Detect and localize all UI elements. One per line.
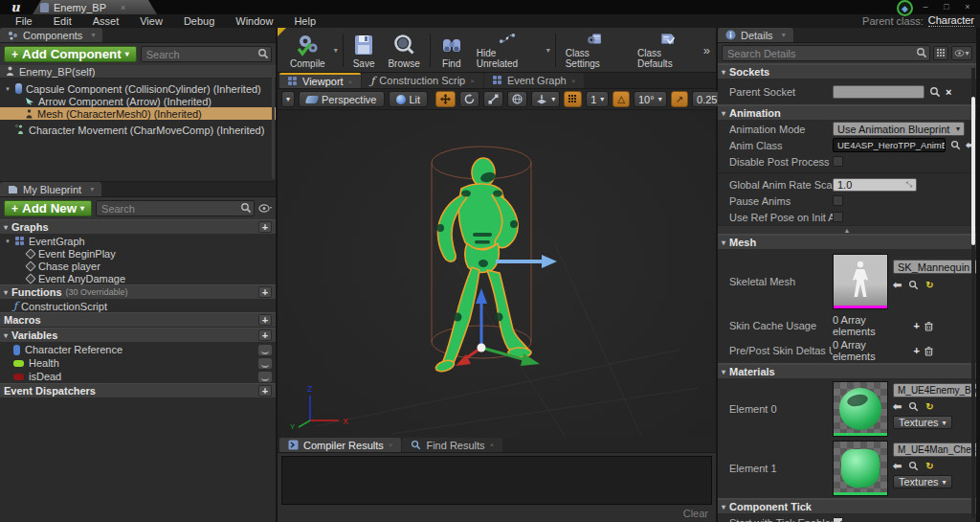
event-beginplay-row[interactable]: Event BeginPlay (0, 247, 276, 260)
details-scrollbar-thumb[interactable] (971, 97, 975, 245)
search-icon[interactable] (929, 86, 941, 98)
variable-visibility-icon[interactable] (258, 358, 272, 369)
scale-mode-button[interactable] (483, 91, 503, 107)
tab-close-icon[interactable]: × (571, 77, 576, 85)
class-defaults-button[interactable]: Class Defaults (631, 30, 703, 71)
mesh-header[interactable]: ▾ Mesh (718, 235, 976, 250)
component-tick-header[interactable]: ▾ Component Tick (718, 499, 976, 514)
tab-my-blueprint[interactable]: My Blueprint ▾ (0, 182, 101, 196)
menu-debug[interactable]: Debug (174, 14, 224, 28)
material0-thumbnail[interactable] (833, 381, 888, 437)
use-selected-icon[interactable]: ⬅ (893, 279, 902, 291)
add-dispatcher-button[interactable]: + (258, 385, 272, 397)
coordinate-system-button[interactable] (507, 91, 527, 107)
add-graph-button[interactable]: + (258, 221, 272, 233)
asset-tab-enemy-bp[interactable]: Enemy_BP × (33, 0, 157, 14)
variable-visibility-icon[interactable] (258, 345, 272, 355)
myblueprint-search-input[interactable] (96, 200, 255, 216)
skeletal-mesh-dropdown[interactable]: SK_Mannequin ▾ (893, 260, 976, 274)
expand-arrow-icon[interactable]: ▾ (4, 238, 11, 245)
menu-asset[interactable]: Asset (83, 14, 129, 28)
display-filter-button[interactable] (933, 46, 948, 60)
tab-construction-script[interactable]: ƒ Construction Scrip × (362, 73, 483, 88)
material0-dropdown[interactable]: M_UE4Enemy_Body_2 ▾ (893, 383, 976, 397)
eventgraph-row[interactable]: ▾ EventGraph (0, 235, 276, 247)
trash-icon[interactable] (924, 321, 933, 331)
add-array-element-icon[interactable]: + (913, 345, 919, 356)
parent-socket-input[interactable] (833, 85, 924, 99)
clear-button[interactable]: Clear (683, 508, 708, 519)
menu-window[interactable]: Window (226, 14, 282, 28)
collapse-icon[interactable]: ▾ (4, 288, 8, 297)
reset-to-default-icon[interactable]: ↻ (925, 461, 933, 471)
toolbar-overflow-icon[interactable]: » (703, 43, 712, 57)
grid-snap-toggle[interactable] (564, 91, 582, 107)
compiler-results-log[interactable] (281, 456, 712, 505)
tab-options-icon[interactable]: ▾ (91, 31, 95, 39)
variable-character-reference[interactable]: Character Reference (0, 343, 276, 356)
perspective-button[interactable]: Perspective (299, 91, 384, 107)
component-row-capsule[interactable]: ▾ Capsule Component (CollisionCylinder) … (0, 82, 276, 95)
component-row-charmove[interactable]: Character Movement (CharMoveComp) (Inher… (0, 124, 276, 136)
tab-event-graph[interactable]: Event Graph × (484, 73, 584, 88)
source-control-status-icon[interactable]: ◆ (897, 0, 913, 16)
rotate-mode-button[interactable] (459, 91, 479, 107)
browse-asset-icon[interactable] (908, 401, 919, 412)
browse-asset-icon[interactable] (908, 280, 919, 290)
trash-icon[interactable] (924, 346, 933, 356)
sockets-header[interactable]: ▾ Sockets (718, 64, 976, 79)
details-search-input[interactable] (722, 45, 930, 61)
tab-details[interactable]: Details ▾ (718, 28, 793, 42)
add-variable-button[interactable]: + (258, 329, 272, 341)
pause-anims-checkbox[interactable] (833, 195, 843, 206)
event-dispatchers-header[interactable]: Event Dispatchers + (0, 383, 276, 398)
tab-close-icon[interactable]: × (121, 3, 125, 12)
anim-class-dropdown[interactable]: UE4ASP_HeroTPP_AnimBlueprint_C ▾ (833, 138, 946, 152)
event-anydamage-row[interactable]: Event AnyDamage (0, 272, 276, 284)
browse-asset-icon[interactable] (908, 461, 919, 471)
textures-button[interactable]: Textures ▾ (893, 416, 952, 429)
find-button[interactable]: Find (434, 30, 470, 71)
grid-snap-value-button[interactable]: 1 ▾ (586, 91, 609, 107)
hide-unrelated-button[interactable]: Hide Unrelated (470, 30, 545, 71)
class-settings-button[interactable]: Class Settings (559, 30, 631, 71)
menu-edit[interactable]: Edit (44, 14, 81, 28)
component-row-arrow[interactable]: Arrow Component (Arrow) (Inherited) (0, 95, 276, 107)
collapse-icon[interactable]: ▾ (722, 68, 725, 77)
add-macro-button[interactable]: + (258, 314, 272, 326)
variable-health[interactable]: Health (0, 356, 276, 370)
rotation-snap-toggle[interactable]: △ (612, 91, 630, 107)
tab-options-icon[interactable]: ▾ (782, 31, 786, 39)
lit-button[interactable]: Lit (389, 91, 429, 107)
reset-to-default-icon[interactable]: ↻ (925, 401, 933, 412)
reset-to-default-icon[interactable]: ↻ (925, 280, 933, 290)
tab-components[interactable]: Components ▾ (0, 28, 102, 42)
use-selected-icon[interactable]: ⬅ (893, 400, 902, 413)
global-anim-rate-input[interactable]: 1.0 ⤡ (833, 178, 917, 192)
textures-button[interactable]: Textures ▾ (893, 475, 952, 488)
collapse-icon[interactable]: ▾ (722, 238, 725, 247)
menu-help[interactable]: Help (284, 14, 325, 28)
translate-mode-button[interactable] (435, 91, 456, 107)
tab-close-icon[interactable]: × (490, 441, 495, 449)
materials-header[interactable]: ▾ Materials (718, 364, 976, 379)
use-ref-pose-checkbox[interactable] (833, 212, 843, 222)
animation-mode-dropdown[interactable]: Use Animation Blueprint ▾ (833, 122, 965, 136)
compile-options-icon[interactable]: ▾ (332, 46, 340, 55)
add-array-element-icon[interactable]: + (913, 320, 919, 331)
expand-arrow-icon[interactable]: ▾ (4, 85, 11, 93)
maximize-button[interactable]: □ (937, 1, 956, 12)
use-selected-icon[interactable]: ⬅ (893, 460, 902, 472)
view-options-eye-icon[interactable] (258, 204, 272, 213)
surface-snap-button[interactable]: ▾ (531, 91, 560, 107)
scale-snap-toggle[interactable]: ↗ (671, 91, 688, 107)
save-button[interactable]: Save (346, 30, 382, 71)
collapse-icon[interactable]: ▾ (4, 331, 8, 340)
component-row-mesh[interactable]: Mesh (CharacterMesh0) (Inherited) (0, 107, 276, 120)
component-row-self[interactable]: Enemy_BP(self) (0, 65, 276, 79)
tab-close-icon[interactable]: × (470, 77, 475, 85)
disable-postprocess-checkbox[interactable] (833, 156, 843, 167)
browse-button[interactable]: Browse (381, 30, 426, 71)
clear-socket-icon[interactable]: × (946, 86, 951, 98)
hide-unrelated-options-icon[interactable]: ▾ (545, 46, 552, 55)
